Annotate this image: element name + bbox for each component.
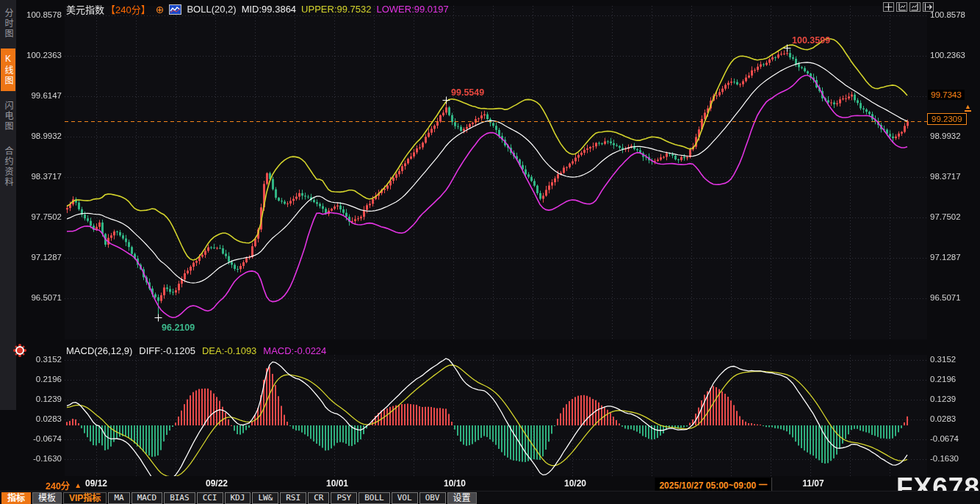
- indicator-settings-icon[interactable]: [15, 346, 24, 355]
- vip-indicators-tab[interactable]: VIP指标: [63, 492, 107, 504]
- sidebar-item-kline-chart[interactable]: K线图: [1, 48, 15, 91]
- window-toolbar: [883, 2, 934, 12]
- candlestick-chart-canvas[interactable]: [0, 0, 980, 504]
- indicator-boll-button[interactable]: BOLL: [359, 492, 390, 504]
- crosshair-icon[interactable]: [883, 2, 894, 12]
- macd-params-label: MACD(26,12,9): [66, 345, 132, 356]
- pan-right-icon[interactable]: [923, 2, 934, 12]
- macd-diff-value: DIFF:-0.1205: [139, 345, 195, 356]
- mini-chart-icon[interactable]: [169, 4, 181, 15]
- upper-band-price-tag: 99.7343: [928, 90, 965, 100]
- selected-candle-time-label: 2025/10/27 05:00~09:00 一: [655, 478, 771, 492]
- symbol-name: 美元指数: [66, 2, 104, 16]
- indicator-rsi-button[interactable]: RSI: [280, 492, 306, 504]
- period-label: 【240分】: [106, 2, 151, 16]
- price-up-marker-icon: ▲: [965, 104, 971, 112]
- indicator-bias-button[interactable]: BIAS: [164, 492, 195, 504]
- sidebar-item-flash-chart[interactable]: 闪电图: [1, 96, 15, 137]
- macd-header: MACD(26,12,9) DIFF:-0.1205 DEA:-0.1093 M…: [66, 345, 326, 356]
- boll-lower-value: LOWER:99.0197: [377, 4, 449, 15]
- indicator-cci-button[interactable]: CCI: [197, 492, 223, 504]
- period-arrow-icon: ▲: [74, 481, 82, 489]
- current-price-tag: 99.2309: [927, 113, 967, 125]
- fit-left-axis-icon[interactable]: [896, 2, 907, 12]
- macd-macd-value: MACD:-0.0224: [263, 345, 326, 356]
- fx-charting-app: 分时图 K线图 闪电图 合约资料 美元指数 【240分】 ⊕ BOLL(20,2…: [0, 0, 980, 504]
- fit-right-axis-icon[interactable]: [909, 2, 920, 12]
- indicators-tab[interactable]: 指标: [1, 492, 31, 504]
- indicator-psy-button[interactable]: PSY: [331, 492, 357, 504]
- boll-upper-value: UPPER:99.7532: [301, 4, 371, 15]
- indicator-toolbar: 指标模板VIP指标MAMACDBIASCCIKDJLW&RSICRPSYBOLL…: [0, 491, 980, 504]
- boll-mid-value: MID:99.3864: [242, 4, 296, 15]
- sidebar-item-contract-info[interactable]: 合约资料: [1, 141, 15, 192]
- indicator-lw-button[interactable]: LW&: [252, 492, 278, 504]
- indicator-vol-button[interactable]: VOL: [392, 492, 418, 504]
- indicator-kdj-button[interactable]: KDJ: [225, 492, 251, 504]
- chart-header: 美元指数 【240分】 ⊕ BOLL(20,2) MID:99.3864 UPP…: [66, 2, 449, 16]
- templates-tab[interactable]: 模板: [32, 492, 62, 504]
- indicator-obv-button[interactable]: OBV: [419, 492, 446, 504]
- sidebar-item-time-chart[interactable]: 分时图: [1, 3, 15, 44]
- indicator-cr-button[interactable]: CR: [308, 492, 329, 504]
- macd-dea-value: DEA:-0.1093: [202, 345, 256, 356]
- boll-params-label: BOLL(20,2): [187, 4, 236, 15]
- indicator-ma-button[interactable]: MA: [108, 492, 129, 504]
- indicator-macd-button[interactable]: MACD: [131, 492, 163, 504]
- settings-button[interactable]: 设置: [447, 492, 477, 504]
- collapse-icon[interactable]: ⊕: [156, 4, 165, 15]
- chart-type-sidebar: 分时图 K线图 闪电图 合约资料: [0, 0, 16, 410]
